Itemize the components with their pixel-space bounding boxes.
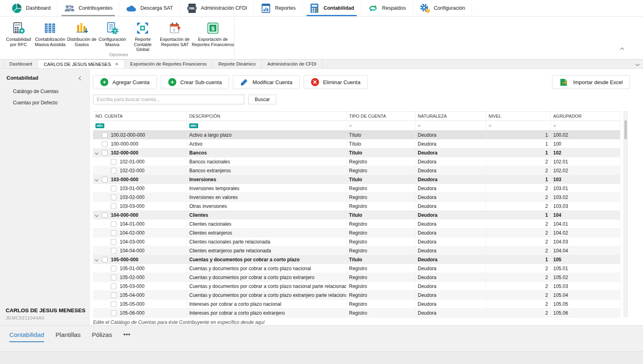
row-checkbox[interactable] bbox=[111, 230, 116, 236]
collapse-chevron-icon[interactable] bbox=[95, 258, 98, 261]
row-checkbox[interactable] bbox=[102, 132, 108, 138]
bottom-tab-plantillas[interactable]: Plantillas bbox=[55, 331, 80, 342]
table-row[interactable]: 104-04-000 Clientes extranjeros parte re… bbox=[93, 246, 620, 255]
bottom-tab-contabilidad[interactable]: Contabilidad bbox=[9, 331, 44, 342]
nav-item-contribuyentes[interactable]: Contribuyentes bbox=[57, 0, 119, 16]
table-row[interactable]: 105-03-000 Cuentas y documentos por cobr… bbox=[93, 282, 620, 291]
table-row[interactable]: 104-01-000 Clientes nacionales Registro … bbox=[93, 220, 620, 229]
row-checkbox[interactable] bbox=[111, 292, 116, 298]
ribbon-item-exportacion-reportes-sat[interactable]: 1 Exportación de Reportes SAT bbox=[158, 17, 192, 47]
ribbon-item-distribucion-gastos[interactable]: Distribución de Gastos bbox=[67, 17, 97, 47]
add-account-button[interactable]: + Agregar Cuenta bbox=[93, 75, 157, 89]
filter-naturaleza[interactable]: = bbox=[415, 121, 486, 131]
ribbon-item-contabilizacion-masiva[interactable]: Contabilización Masiva Asistida bbox=[34, 17, 66, 47]
nav-item-dashboard[interactable]: Dashboard bbox=[5, 0, 57, 16]
filter-no-cuenta[interactable]: aBc bbox=[93, 121, 187, 131]
create-subaccount-button[interactable]: + Crear Sub-cuenta bbox=[161, 75, 229, 89]
bottom-tab-more-button[interactable]: ••• bbox=[123, 331, 131, 342]
row-checkbox[interactable] bbox=[111, 159, 116, 165]
ribbon-collapse-button[interactable] bbox=[619, 44, 625, 54]
table-row[interactable]: 102-02-000 Bancos extranjeros Registro D… bbox=[93, 166, 620, 175]
row-checkbox[interactable] bbox=[111, 186, 116, 191]
row-checkbox[interactable] bbox=[111, 168, 116, 174]
account-number: 100.02-000-000 bbox=[111, 132, 145, 138]
column-header-nivel[interactable]: NIVEL bbox=[486, 112, 551, 121]
tab-overflow-button[interactable] bbox=[636, 59, 639, 68]
table-row[interactable]: 103-02-000 Inversiones en valores Regist… bbox=[93, 193, 620, 202]
table-row[interactable]: 102-01-000 Bancos nacionales Registro De… bbox=[93, 157, 620, 166]
filter-tipo-de-cuenta[interactable]: = bbox=[347, 121, 415, 131]
row-checkbox[interactable] bbox=[111, 248, 116, 254]
modify-account-button[interactable]: Modificar Cuenta bbox=[233, 75, 299, 89]
delete-account-button[interactable]: ✕ Eliminar Cuenta bbox=[304, 75, 368, 89]
tab-reporte-dinamico[interactable]: Reporte Dinámico bbox=[213, 59, 262, 68]
cell-nivel: 2 bbox=[486, 273, 551, 281]
nav-item-descarga-sat[interactable]: Descarga SAT bbox=[119, 0, 180, 16]
bottom-tab-polizas[interactable]: Pólizas bbox=[92, 331, 112, 342]
row-checkbox[interactable] bbox=[111, 301, 116, 307]
column-header-descripcion[interactable]: DESCRIPCIÓN bbox=[187, 112, 347, 121]
column-header-naturaleza[interactable]: NATURALEZA bbox=[415, 112, 486, 121]
table-row[interactable]: 103-01-000 Inversiones temporales Regist… bbox=[93, 184, 620, 193]
sidebar-collapse-button[interactable] bbox=[78, 74, 83, 82]
scrollbar-thumb[interactable] bbox=[624, 121, 627, 139]
bottom-bar: Contabilidad Plantillas Pólizas ••• bbox=[0, 325, 643, 364]
nav-item-contabilidad[interactable]: Contabilidad bbox=[302, 0, 361, 16]
table-row[interactable]: 104-03-000 Clientes nacionales parte rel… bbox=[93, 237, 620, 246]
table-row[interactable]: 102-000-000 Bancos Título Deudora 1 102 bbox=[93, 148, 620, 157]
table-row[interactable]: 104-000-000 Clientes Título Deudora 1 10… bbox=[93, 211, 620, 220]
row-checkbox[interactable] bbox=[111, 195, 116, 200]
filter-descripcion[interactable]: aBc bbox=[187, 121, 347, 131]
table-row[interactable]: 105-01-000 Cuentas y documentos por cobr… bbox=[93, 264, 620, 273]
table-row[interactable]: 105-000-000 Cuentas y documentos por cob… bbox=[93, 255, 620, 264]
vertical-scrollbar[interactable] bbox=[624, 111, 628, 317]
row-checkbox[interactable] bbox=[111, 203, 116, 209]
row-checkbox[interactable] bbox=[102, 257, 108, 262]
row-checkbox[interactable] bbox=[111, 239, 116, 245]
table-row[interactable]: 105-06-000 Intereses por cobrar a corto … bbox=[93, 309, 620, 317]
row-checkbox[interactable] bbox=[111, 221, 116, 227]
tab-dashboard[interactable]: Dashboard bbox=[3, 59, 38, 68]
collapse-chevron-icon[interactable] bbox=[95, 213, 98, 216]
table-row[interactable]: 100.02-000-000 Activo a largo plazo Títu… bbox=[93, 131, 620, 140]
ribbon-item-contabilidad-por-rfc[interactable]: Contabilidad por RFC bbox=[3, 17, 34, 47]
sidebar-item-catalogo-de-cuentas[interactable]: Catálogo de Cuentas bbox=[0, 86, 89, 97]
tab-exportacion-reportes-financieros[interactable]: Exportación de Reportes Financieros bbox=[125, 59, 213, 68]
nav-item-respaldos[interactable]: Respaldos bbox=[361, 0, 413, 16]
column-header-tipo-de-cuenta[interactable]: TIPO DE CUENTA bbox=[347, 112, 415, 121]
table-row[interactable]: 100-000-000 Activo Título Deudora 1 100 bbox=[93, 140, 620, 148]
table-row[interactable]: 105-02-000 Cuentas y documentos por cobr… bbox=[93, 273, 620, 282]
tab-close-icon[interactable]: ✕ bbox=[115, 62, 118, 66]
nav-item-configuracion[interactable]: Configuración bbox=[413, 0, 472, 16]
nav-item-reportes[interactable]: Reportes bbox=[254, 0, 302, 16]
table-row[interactable]: 105-05-000 Intereses por cobrar a corto … bbox=[93, 300, 620, 309]
row-checkbox[interactable] bbox=[102, 150, 108, 156]
search-button[interactable]: Buscar bbox=[248, 95, 276, 104]
row-checkbox[interactable] bbox=[102, 141, 108, 147]
sidebar-item-cuentas-por-defecto[interactable]: Cuentas por Defecto bbox=[0, 97, 89, 108]
collapse-chevron-icon[interactable] bbox=[95, 151, 98, 154]
row-checkbox[interactable] bbox=[102, 212, 108, 218]
row-checkbox[interactable] bbox=[111, 284, 116, 289]
table-row[interactable]: 105-04-000 Cuentas y documentos por cobr… bbox=[93, 291, 620, 300]
tab-carlos-de-jesus-meneses[interactable]: CARLOS DE JESUS MENESES ✕ bbox=[38, 59, 125, 68]
ribbon-item-configuracion-masiva[interactable]: Configuración Masiva bbox=[97, 17, 127, 47]
ribbon-item-reporte-contable-global[interactable]: Reporte Contable Global bbox=[127, 17, 158, 52]
search-input[interactable] bbox=[93, 95, 244, 104]
tab-administracion-de-cfdi[interactable]: Administración de CFDI bbox=[262, 59, 322, 68]
column-header-no-cuenta[interactable]: NO. CUENTA bbox=[93, 112, 187, 121]
collapse-chevron-icon[interactable] bbox=[95, 178, 98, 181]
column-header-agrupador[interactable]: AGRUPADOR bbox=[551, 112, 620, 121]
row-checkbox[interactable] bbox=[111, 266, 116, 271]
filter-nivel[interactable]: = bbox=[486, 121, 551, 131]
nav-item-administracion-cfdi[interactable]: XML Administración CFDI bbox=[180, 0, 254, 16]
table-row[interactable]: 103-03-000 Otras inversiones Registro De… bbox=[93, 202, 620, 211]
import-from-excel-button[interactable]: Importar desde Excel bbox=[552, 75, 630, 89]
row-checkbox[interactable] bbox=[111, 275, 116, 280]
row-checkbox[interactable] bbox=[102, 177, 108, 182]
filter-agrupador[interactable]: = bbox=[551, 121, 620, 131]
table-row[interactable]: 104-02-000 Clientes extranjeros Registro… bbox=[93, 229, 620, 237]
ribbon-item-exportacion-reportes-financieros[interactable]: $ Exportación de Reportes Financieros bbox=[192, 17, 234, 47]
row-checkbox[interactable] bbox=[111, 310, 116, 316]
table-row[interactable]: 103-000-000 Inversiones Título Deudora 1… bbox=[93, 175, 620, 184]
